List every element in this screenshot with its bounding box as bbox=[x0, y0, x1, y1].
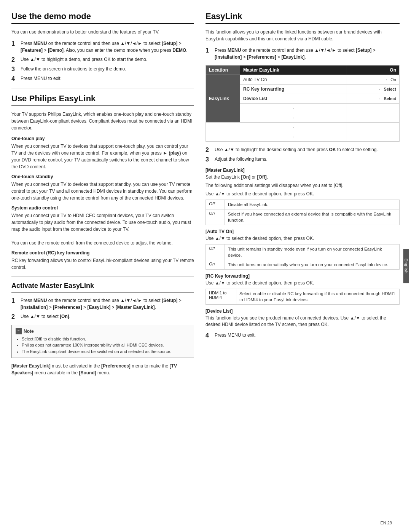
demo-step-3: 3 Follow the on-screen instructions to e… bbox=[11, 66, 194, 73]
left-column: Use the demo mode You can use demonstrat… bbox=[11, 11, 194, 521]
master-option-table: Off Disable all EasyLink. On Select if y… bbox=[206, 200, 400, 225]
table-empty-3-val bbox=[347, 123, 399, 132]
easylink-steps-2-3: 2 Use ▲/▼ to highlight the desired setti… bbox=[206, 146, 400, 163]
one-touch-standby-subsection: One-touch standby When you connect your … bbox=[11, 174, 194, 201]
table-empty-1-val bbox=[347, 104, 399, 113]
demo-desc: You can use demonstrations to better und… bbox=[11, 29, 194, 35]
rc-key-forwarding-subsection: Remote control (RC) key forwarding RC ke… bbox=[11, 250, 194, 271]
step-num: 3 bbox=[11, 66, 18, 73]
note-list: Select [Off] to disable this function. P… bbox=[16, 336, 190, 355]
rc-use-note: Use ▲/▼ to select the desired option, th… bbox=[206, 280, 400, 286]
demo-steps: 1 Press MENU on the remote control and t… bbox=[11, 40, 194, 83]
opt-on-desc: Select if you have connected an external… bbox=[225, 209, 400, 225]
activate-title: Activate Master EasyLink bbox=[11, 282, 194, 292]
table-on-header: On bbox=[347, 66, 399, 75]
table-location-header: Location bbox=[206, 66, 240, 75]
philips-easylink-desc: Your TV supports Philips EasyLink, which… bbox=[11, 111, 194, 131]
step-text: Press MENU to exit. bbox=[215, 332, 400, 339]
hdmi-label: HDMI1 to HDMI4 bbox=[206, 289, 236, 304]
table-empty-row-2a bbox=[206, 132, 240, 142]
autotv-on-desc: This unit turns on automatically when yo… bbox=[225, 260, 400, 270]
master-disappear-desc: The following additional settings will d… bbox=[206, 182, 400, 189]
activate-steps: 1 Press MENU on the remote control and t… bbox=[11, 297, 194, 320]
right-column: EasyLink This function allows you to ope… bbox=[206, 11, 400, 521]
step-num: 4 bbox=[206, 332, 212, 339]
autotv-option-table: Off This unit remains in standby mode ev… bbox=[206, 244, 400, 270]
easylink-section: EasyLink This function allows you to ope… bbox=[206, 11, 400, 339]
table-empty-4: · bbox=[240, 132, 347, 142]
easylink-step-4-list: 4 Press MENU to exit. bbox=[206, 332, 400, 339]
autotv-options: [Auto TV On] Use ▲/▼ to select the desir… bbox=[206, 229, 400, 270]
note-icon: ≡ bbox=[16, 328, 22, 334]
easylink-main-steps: 1 Press MENU on the remote control and t… bbox=[206, 47, 400, 61]
table-empty-row-1a bbox=[206, 123, 240, 132]
easylink-step-3: 3 Adjust the following items. bbox=[206, 156, 400, 163]
one-touch-play-subsection: One-touch play When you connect your TV … bbox=[11, 136, 194, 170]
step-num: 2 bbox=[11, 313, 18, 320]
table-autotv-label: Auto TV On bbox=[240, 75, 347, 85]
device-label: [Device List] bbox=[206, 308, 400, 314]
system-audio-title: System audio control bbox=[11, 205, 194, 211]
philips-easylink-title: Use Philips EasyLink bbox=[11, 94, 194, 106]
activate-easylink-section: Activate Master EasyLink 1 Press MENU on… bbox=[11, 282, 194, 377]
footer-text: EN 29 bbox=[380, 521, 392, 525]
demo-step-1: 1 Press MENU on the remote control and t… bbox=[11, 40, 194, 54]
demo-title: Use the demo mode bbox=[11, 11, 194, 24]
table-empty-2: · bbox=[240, 113, 347, 123]
side-tab: English bbox=[403, 249, 409, 283]
option-row-off: Off Disable all EasyLink. bbox=[206, 200, 400, 209]
note-label: Note bbox=[24, 329, 34, 334]
system-audio-subsection: System audio control When you connect yo… bbox=[11, 205, 194, 246]
one-touch-standby-title: One-touch standby bbox=[11, 174, 194, 179]
step-text: Adjust the following items. bbox=[215, 156, 400, 163]
note-item-1: Select [Off] to disable this function. bbox=[22, 336, 190, 342]
step-num: 2 bbox=[11, 56, 18, 63]
opt-off-desc: Disable all EasyLink. bbox=[225, 200, 400, 209]
one-touch-standby-body: When you connect your TV to devices that… bbox=[11, 181, 194, 201]
step-text: Follow the on-screen instructions to enj… bbox=[21, 66, 194, 73]
philips-easylink-section: Use Philips EasyLink Your TV supports Ph… bbox=[11, 94, 194, 271]
table-empty-3: · bbox=[240, 123, 347, 132]
rc-forwarding-options: [RC Key forwarding] Use ▲/▼ to select th… bbox=[206, 273, 400, 305]
device-desc: This function lets you see the product n… bbox=[206, 315, 400, 328]
table-empty-4-val bbox=[347, 132, 399, 142]
easylink-step-2: 2 Use ▲/▼ to highlight the desired setti… bbox=[206, 146, 400, 153]
step-num: 1 bbox=[206, 47, 212, 61]
option-row-on: On Select if you have connected an exter… bbox=[206, 209, 400, 225]
autotv-on-label: On bbox=[206, 260, 225, 270]
step-text: Press MENU on the remote control and the… bbox=[21, 297, 194, 311]
table-rc-label: RC Key forwarding bbox=[240, 85, 347, 94]
demo-section: Use the demo mode You can use demonstrat… bbox=[11, 11, 194, 83]
table-master-header: Master EasyLink bbox=[240, 66, 347, 75]
master-set-desc: Set the EasyLink [On] or [Off]. bbox=[206, 174, 400, 181]
rc-key-forwarding-body: RC key forwarding allows you to control … bbox=[11, 257, 194, 271]
master-easylink-options: [Master EasyLink] Set the EasyLink [On] … bbox=[206, 168, 400, 225]
demo-step-4: 4 Press MENU to exit. bbox=[11, 75, 194, 82]
autotv-label: [Auto TV On] bbox=[206, 229, 400, 234]
easylink-table: Location Master EasyLink On EasyLink Aut… bbox=[206, 65, 400, 142]
step-num: 2 bbox=[206, 146, 212, 153]
table-empty-1: · bbox=[240, 104, 347, 113]
bracket-note: [Master EasyLink] must be activated in t… bbox=[11, 363, 194, 376]
step-num: 1 bbox=[11, 40, 18, 54]
one-touch-play-title: One-touch play bbox=[11, 136, 194, 141]
step-text: Press MENU on the remote control and the… bbox=[215, 47, 400, 61]
rc-key-forwarding-title: Remote control (RC) key forwarding bbox=[11, 250, 194, 256]
easylink-desc: This function allows you to operate the … bbox=[206, 29, 400, 42]
activate-step-1: 1 Press MENU on the remote control and t… bbox=[11, 297, 194, 311]
step-num: 1 bbox=[11, 297, 18, 311]
master-label: [Master EasyLink] bbox=[206, 168, 400, 173]
table-empty-2-val bbox=[347, 113, 399, 123]
step-num: 4 bbox=[11, 75, 18, 82]
note-item-3: The EasyLink-compliant device must be sw… bbox=[22, 348, 190, 355]
step-text: Press MENU to exit. bbox=[21, 75, 194, 82]
opt-off-label: Off bbox=[206, 200, 225, 209]
activate-step-2: 2 Use ▲/▼ to select [On]. bbox=[11, 313, 194, 320]
note-box: ≡ Note Select [Off] to disable this func… bbox=[11, 325, 194, 358]
rc-option-table: HDMI1 to HDMI4 Select enable or disable … bbox=[206, 289, 400, 305]
hdmi-desc: Select enable or disable RC key forwardi… bbox=[236, 289, 400, 304]
one-touch-play-body: When you connect your TV to devices that… bbox=[11, 143, 194, 170]
step-text: Use ▲/▼ to highlight the desired setting… bbox=[215, 146, 400, 153]
easylink-title: EasyLink bbox=[206, 11, 400, 24]
rc-row: HDMI1 to HDMI4 Select enable or disable … bbox=[206, 289, 400, 304]
